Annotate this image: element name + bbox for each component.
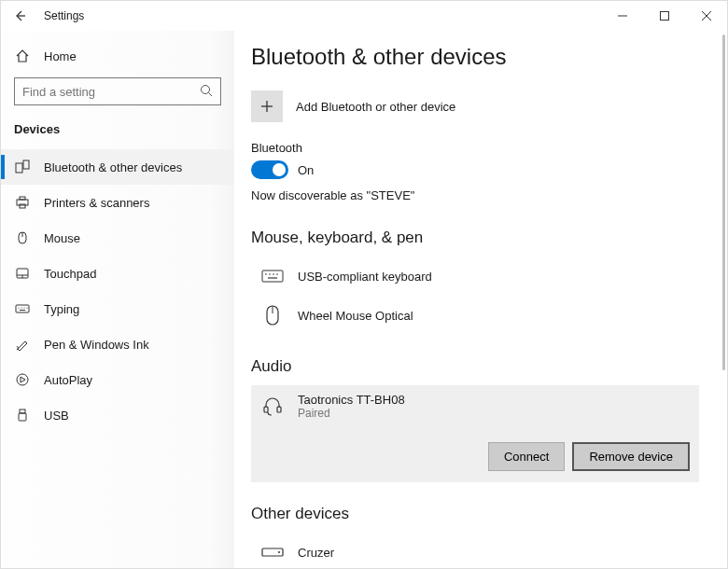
device-name: Taotronics TT-BH08: [298, 393, 405, 407]
nav-printers[interactable]: Printers & scanners: [1, 185, 234, 220]
svg-rect-6: [16, 163, 22, 173]
nav-label: Printers & scanners: [44, 196, 149, 210]
home-label: Home: [44, 49, 77, 63]
nav-usb[interactable]: USB: [1, 397, 234, 433]
search-icon: [200, 84, 213, 100]
device-row-mouse[interactable]: Wheel Mouse Optical: [251, 296, 699, 335]
nav-label: AutoPlay: [44, 373, 92, 387]
svg-point-22: [17, 374, 28, 385]
device-name: USB-compliant keyboard: [298, 270, 432, 284]
title-bar: Settings: [1, 1, 727, 31]
nav-label: USB: [44, 409, 69, 423]
svg-rect-1: [660, 12, 668, 21]
bluetooth-label: Bluetooth: [251, 141, 699, 155]
sidebar: Home Devices Bluetooth & other devices P…: [1, 31, 234, 569]
nav-typing[interactable]: Typing: [1, 291, 234, 326]
typing-icon: [14, 300, 31, 317]
nav-label: Touchpad: [44, 267, 96, 281]
nav-label: Pen & Windows Ink: [44, 338, 149, 352]
section-mouse-keyboard-heading: Mouse, keyboard, & pen: [251, 229, 699, 247]
scrollbar[interactable]: [722, 35, 725, 370]
content-pane: Bluetooth & other devices Add Bluetooth …: [234, 31, 727, 569]
device-row-cruzer[interactable]: Cruzer: [251, 533, 699, 569]
svg-point-19: [23, 307, 24, 308]
discoverable-text: Now discoverable as "STEVE": [251, 188, 699, 202]
connect-button[interactable]: Connect: [488, 442, 565, 471]
minimize-button[interactable]: [601, 1, 643, 31]
sidebar-section-label: Devices: [1, 117, 234, 149]
nav-label: Typing: [44, 302, 79, 316]
back-button[interactable]: [8, 5, 31, 27]
svg-point-28: [265, 273, 267, 275]
home-icon: [14, 48, 31, 64]
nav-label: Bluetooth & other devices: [44, 160, 182, 174]
add-device-label: Add Bluetooth or other device: [296, 100, 455, 114]
home-nav[interactable]: Home: [1, 38, 234, 74]
pen-icon: [14, 336, 31, 353]
nav-autoplay[interactable]: AutoPlay: [1, 362, 234, 397]
svg-line-5: [209, 92, 213, 96]
device-name: Cruzer: [298, 546, 334, 560]
device-name: Wheel Mouse Optical: [298, 309, 413, 323]
keyboard-icon: [260, 264, 285, 288]
nav-bluetooth-devices[interactable]: Bluetooth & other devices: [1, 149, 234, 185]
maximize-button[interactable]: [643, 1, 685, 31]
svg-point-30: [273, 273, 274, 275]
svg-rect-16: [16, 305, 29, 312]
printer-icon: [14, 194, 31, 211]
close-button[interactable]: [685, 1, 727, 31]
drive-icon: [260, 540, 285, 564]
svg-rect-24: [19, 413, 26, 421]
svg-point-4: [202, 85, 210, 93]
add-device-button[interactable]: Add Bluetooth or other device: [251, 90, 699, 122]
section-audio-heading: Audio: [251, 357, 699, 376]
search-box[interactable]: [14, 77, 221, 105]
window-title: Settings: [44, 9, 84, 22]
touchpad-icon: [14, 265, 31, 282]
mouse-device-icon: [260, 303, 285, 327]
device-status: Paired: [298, 407, 405, 420]
toggle-state-label: On: [298, 163, 314, 177]
mouse-icon: [14, 229, 31, 246]
svg-rect-23: [20, 409, 25, 413]
remove-device-button[interactable]: Remove device: [572, 442, 690, 471]
plus-icon: [251, 90, 283, 122]
nav-pen[interactable]: Pen & Windows Ink: [1, 326, 234, 362]
autoplay-icon: [14, 371, 31, 388]
device-row-headset[interactable]: Taotronics TT-BH08 Paired Connect Remove…: [251, 385, 699, 482]
nav-list: Bluetooth & other devices Printers & sca…: [1, 149, 234, 433]
usb-icon: [14, 407, 31, 423]
svg-point-17: [18, 307, 19, 308]
svg-point-29: [269, 273, 271, 275]
search-input[interactable]: [22, 85, 200, 99]
svg-rect-27: [262, 271, 283, 282]
svg-point-18: [21, 307, 21, 308]
nav-touchpad[interactable]: Touchpad: [1, 256, 234, 291]
bluetooth-toggle[interactable]: [251, 160, 288, 179]
svg-rect-9: [20, 197, 25, 200]
device-row-keyboard[interactable]: USB-compliant keyboard: [251, 257, 699, 296]
svg-point-38: [278, 551, 280, 553]
bluetooth-devices-icon: [14, 159, 31, 175]
nav-mouse[interactable]: Mouse: [1, 220, 234, 256]
svg-rect-7: [23, 160, 29, 169]
section-other-heading: Other devices: [251, 505, 699, 523]
svg-point-31: [276, 273, 278, 275]
headset-icon: [260, 395, 285, 419]
page-title: Bluetooth & other devices: [251, 44, 699, 70]
nav-label: Mouse: [44, 231, 80, 245]
window-controls: [601, 1, 727, 31]
svg-point-20: [26, 307, 27, 308]
